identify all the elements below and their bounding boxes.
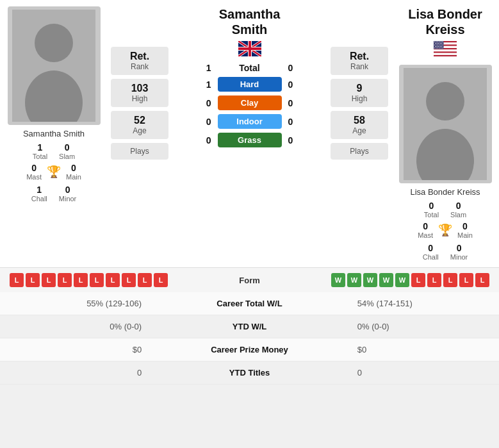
svg-point-32 (439, 44, 439, 45)
left-form-badge: L (106, 273, 120, 287)
middle-section: Samantha Smith (172, 6, 327, 261)
svg-point-33 (441, 44, 441, 45)
svg-point-25 (437, 43, 438, 44)
grass-right-num: 0 (288, 135, 307, 145)
left-total-label: Total (33, 153, 47, 160)
svg-point-27 (440, 43, 441, 44)
left-player-stats-row2: 1 Chall 0 Minor (31, 185, 77, 203)
svg-point-31 (438, 44, 438, 45)
left-rank-sub: Rank (120, 62, 160, 71)
stats-row: $0Career Prize Money$0 (0, 338, 499, 361)
svg-point-26 (438, 43, 439, 44)
svg-point-21 (439, 42, 439, 42)
right-player-stats-row1: 0 Total 0 Slam (424, 201, 466, 219)
right-slam-stat: 0 Slam (450, 201, 466, 219)
left-mast-stat: 0 Mast (26, 163, 42, 181)
right-main-stat: 0 Main (457, 221, 473, 239)
main-container: Samantha Smith 1 Total 0 Slam 0 Mast 🏆 (0, 0, 499, 385)
svg-rect-16 (434, 53, 457, 55)
hard-left-num: 1 (192, 79, 211, 90)
left-plays-box: Plays (111, 143, 168, 160)
stats-row: 0% (0-0)YTD W/L0% (0-0) (0, 315, 499, 338)
right-age-box: 58 Age (331, 111, 388, 139)
right-slam-value: 0 (456, 201, 461, 211)
left-minor-stat: 0 Minor (59, 185, 77, 203)
surface-hard-row: 1 Hard 0 (172, 77, 327, 92)
left-high-box: 103 High (111, 79, 168, 107)
right-slam-label: Slam (450, 211, 466, 219)
svg-point-42 (438, 47, 438, 48)
svg-point-30 (436, 44, 436, 45)
right-total-label: Total (424, 211, 439, 219)
right-chall-value: 0 (428, 243, 433, 253)
left-flag-row (238, 41, 261, 56)
right-mast-stat: 0 Mast (418, 221, 433, 239)
svg-rect-17 (434, 41, 444, 49)
right-rank-label: Ret. (339, 51, 379, 62)
comparison-wrapper: Samantha Smith 1 Total 0 Slam 0 Mast 🏆 (0, 0, 499, 267)
clay-right-num: 0 (288, 98, 307, 108)
left-main-label: Main (66, 173, 81, 181)
left-form-badge: L (154, 273, 168, 287)
right-player-stats-row2: 0 Chall 0 Minor (423, 243, 468, 261)
left-age-value: 52 (120, 115, 160, 126)
left-slam-label: Slam (59, 153, 75, 160)
svg-point-29 (434, 44, 435, 45)
form-section: LLLLLLLLLL Form WWWWWLLLLL (0, 267, 499, 292)
right-high-box: 9 High (331, 79, 388, 107)
total-label: Total (218, 63, 282, 73)
stats-left-value: $0 (0, 338, 151, 361)
left-form-badge: L (122, 273, 136, 287)
left-player-name-top: Samantha Smith (219, 6, 281, 37)
stats-row: 55% (129-106)Career Total W/L54% (174-15… (0, 292, 499, 315)
left-high-label: High (120, 94, 160, 103)
left-player-avatar (8, 6, 101, 125)
left-inner-stats: Ret. Rank 103 High 52 Age Plays (108, 6, 172, 261)
svg-point-24 (435, 43, 436, 44)
form-label: Form (211, 276, 288, 285)
right-high-label: High (339, 94, 379, 103)
hard-button: Hard (218, 77, 282, 92)
right-plays-box: Plays (331, 143, 388, 160)
stats-left-value: 0 (0, 361, 151, 385)
right-rank-box: Ret. Rank (331, 47, 388, 75)
right-trophy-row: 0 Mast 🏆 0 Main (418, 221, 473, 239)
svg-point-28 (441, 43, 442, 44)
right-minor-stat: 0 Minor (450, 243, 468, 261)
stats-left-value: 0% (0-0) (0, 315, 151, 338)
stats-right-value: 0 (348, 361, 499, 385)
right-form-badge: L (443, 273, 457, 287)
svg-point-38 (440, 46, 441, 47)
left-mast-value: 0 (31, 163, 37, 173)
surface-indoor-row: 0 Indoor 0 (172, 114, 327, 129)
stats-center-label: Career Total W/L (151, 292, 348, 315)
right-form-badge: W (363, 273, 377, 287)
right-mast-value: 0 (423, 221, 428, 231)
left-age-box: 52 Age (111, 111, 168, 139)
surface-rows: 1 Total 0 1 Hard 0 0 Clay 0 0 (172, 63, 327, 151)
indoor-right-num: 0 (288, 117, 307, 127)
right-player-section: Lisa BonderKreiss Lisa Bonder Kreiss 0 T… (391, 6, 499, 261)
left-flag-icon (238, 41, 261, 56)
right-rank-sub: Rank (339, 62, 379, 71)
left-form-badges: LLLLLLLLLL (10, 273, 211, 287)
stats-center-label: YTD W/L (151, 315, 348, 338)
left-player-stats-row1: 1 Total 0 Slam (33, 142, 75, 160)
svg-point-19 (436, 42, 436, 42)
left-trophy-row: 0 Mast 🏆 0 Main (26, 163, 81, 181)
right-plays-label: Plays (339, 147, 379, 156)
left-rank-box: Ret. Rank (111, 47, 168, 75)
stats-right-value: 54% (174-151) (348, 292, 499, 315)
svg-point-39 (441, 46, 442, 47)
right-total-stat: 0 Total (424, 201, 439, 219)
right-trophy-icon: 🏆 (438, 223, 452, 237)
left-minor-value: 0 (65, 185, 70, 195)
right-minor-value: 0 (457, 243, 462, 253)
left-slam-value: 0 (65, 142, 70, 153)
left-trophy-icon: 🏆 (47, 165, 61, 179)
clay-left-num: 0 (192, 98, 211, 108)
stats-left-value: 55% (129-106) (0, 292, 151, 315)
left-form-badge: L (138, 273, 152, 287)
left-player-name: Samantha Smith (23, 129, 85, 138)
svg-point-18 (434, 42, 435, 42)
